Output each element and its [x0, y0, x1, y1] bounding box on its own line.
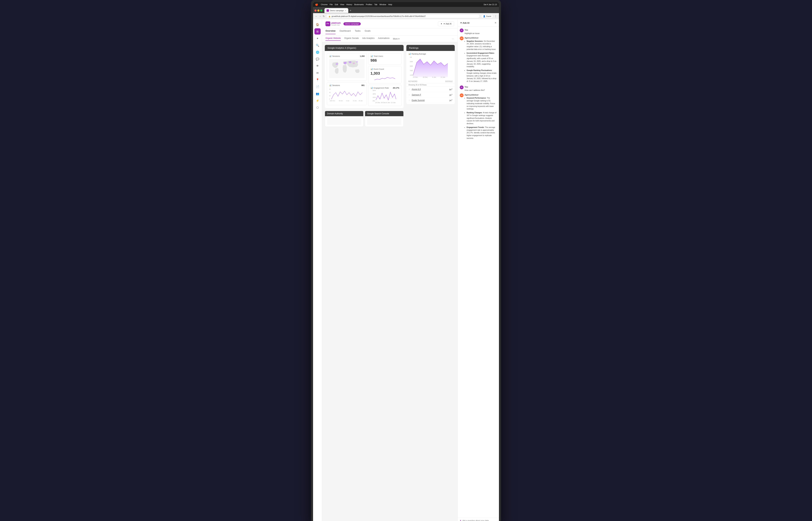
sidebar-pin-icon[interactable]: 📍: [314, 77, 321, 83]
svg-text:20%: 20%: [373, 96, 376, 98]
star-icon-3[interactable]: ☆: [409, 99, 410, 101]
subnav-more[interactable]: More ▾: [393, 38, 399, 40]
sidebar-star-icon[interactable]: ✦: [314, 35, 321, 42]
sessions-map-count: 1,260: [360, 55, 365, 57]
reload-button[interactable]: ↻: [323, 15, 325, 18]
browser-tab[interactable]: Demo campaign ✕: [325, 8, 348, 13]
sidebar-layers-icon[interactable]: ⬡: [314, 104, 321, 111]
sessions2-icon: 📊: [329, 84, 332, 86]
tab-close-icon[interactable]: ✕: [345, 10, 346, 12]
menu-tab[interactable]: Tab: [374, 3, 377, 5]
sparkle-icon: ✦: [441, 23, 442, 25]
subnav-automations[interactable]: Automations: [378, 37, 390, 41]
sessions2-title: Sessions: [332, 84, 340, 86]
menu-bookmarks[interactable]: Bookmarks: [354, 3, 364, 5]
google-search-header: Google Search Console: [365, 111, 403, 116]
ranking-avg-chart: 1st 25th 50th 75th 100th: [409, 55, 453, 78]
menu-file[interactable]: File: [330, 3, 333, 5]
close-button[interactable]: [314, 9, 316, 12]
domain-authority-title: Domain Authority: [327, 112, 343, 115]
rankings-title: Rankings: [409, 47, 418, 49]
list-item: Google Ranking Fluctuations: Google rank…: [467, 69, 497, 83]
ask-ai-button[interactable]: ✦ ✦ Ask AI: [438, 21, 454, 26]
star-icon-2[interactable]: ☆: [409, 94, 410, 96]
url-bar[interactable]: 🔒 growthhub.platinum78.digital/campaign/…: [326, 14, 480, 18]
svg-text:30 Dec: 30 Dec: [339, 100, 343, 101]
tab-tasks[interactable]: Tasks: [355, 29, 360, 34]
traffic-lights: [314, 9, 322, 12]
you-text-1: Highlight an issue: [465, 32, 480, 35]
subnav-ads-analytics[interactable]: Ads Analytics: [362, 37, 375, 41]
svg-text:1st: 1st: [410, 56, 412, 58]
subnav-organic-website[interactable]: Organic Website: [326, 37, 341, 41]
svg-text:50th: 50th: [410, 65, 413, 67]
ga4-card: Google Analytics 4 (Organic) �: [325, 45, 403, 108]
list-item: Keyword Performance: The average Google …: [467, 97, 497, 110]
minimize-button[interactable]: [317, 9, 320, 12]
nav-tabs: Overview Dashboard Tasks Goals: [322, 28, 458, 36]
sidebar-doc-icon[interactable]: 📄: [314, 84, 321, 90]
keyword-acura[interactable]: Acura ILX: [412, 88, 448, 90]
guest-label: Guest: [486, 15, 491, 17]
sidebar-grid-icon[interactable]: ⊞: [314, 28, 321, 35]
sessions-line-card: 📊 Sessions 881 60 40 2: [327, 82, 367, 105]
ai-panel-header: ✦ Ask AI ✕: [458, 19, 499, 26]
sessions2-count: 881: [361, 84, 365, 86]
new-tab-button[interactable]: +: [350, 9, 351, 12]
sidebar-search-icon[interactable]: 🔍: [314, 42, 321, 48]
menu-view[interactable]: View: [340, 3, 344, 5]
keyword-samson[interactable]: Samson F: [412, 94, 448, 96]
sidebar-globe-icon[interactable]: 🌐: [314, 49, 321, 55]
menu-history[interactable]: History: [346, 3, 352, 5]
menu-edit[interactable]: Edit: [335, 3, 338, 5]
rankings-table-section: KEYWORD GOOGLE Showing 35 of 35 Rows ☆ A…: [407, 79, 455, 104]
tab-dashboard[interactable]: Dashboard: [339, 29, 351, 34]
sidebar-eye-icon[interactable]: 👁: [314, 63, 321, 69]
sidebar-mail-icon[interactable]: ✉: [314, 70, 321, 76]
aa-avatar-1: AA: [460, 37, 463, 40]
svg-text:20 Jan: 20 Jan: [359, 100, 363, 101]
rankings-card-header: Rankings: [407, 45, 455, 51]
tab-overview[interactable]: Overview: [326, 29, 335, 34]
list-item: Ranking Changes: A total change of 187 i…: [467, 111, 497, 125]
list-item: Negative Sessions: On December 24, 2024,…: [467, 40, 497, 51]
list-item: Inconsistent Engagement Rates: Engagemen…: [467, 52, 497, 68]
sessions-bar-icon: 📊: [329, 55, 332, 57]
ai-panel-close-button[interactable]: ✕: [495, 21, 497, 24]
tab-goals[interactable]: Goals: [365, 29, 371, 34]
menu-chrome[interactable]: Chrome: [321, 3, 328, 5]
laptop-screen: 🍎 Chrome File Edit View History Bookmark…: [313, 2, 499, 521]
menu-help[interactable]: Help: [388, 3, 392, 5]
svg-text:20: 20: [329, 95, 331, 96]
you-avatar-1: JC: [460, 28, 463, 32]
star-icon-1[interactable]: ☆: [409, 88, 410, 90]
more-options-icon[interactable]: ⋮: [495, 15, 497, 18]
apple-menu[interactable]: 🍎: [315, 3, 318, 6]
maximize-button[interactable]: [320, 9, 322, 12]
sidebar-lightning-icon[interactable]: ⚡: [314, 97, 321, 104]
subnav-ellipsis[interactable]: ···: [452, 37, 454, 40]
forward-button[interactable]: →: [319, 15, 321, 18]
world-map: [329, 58, 365, 79]
menu-profiles[interactable]: Profiles: [366, 3, 372, 5]
engagement-rate-card: 📊 Engagement Rate 29.17% 60% 40%: [368, 85, 401, 106]
sidebar-users-icon[interactable]: 👥: [314, 90, 321, 97]
input-sparkle-icon: ✦: [460, 519, 461, 521]
ranking-avg-section: 📊 Ranking Average 1st 25th 50th 75th 1: [407, 51, 455, 79]
svg-text:100th: 100th: [410, 74, 414, 76]
back-button[interactable]: ←: [315, 15, 317, 18]
event-count-title: Event Count: [374, 68, 384, 70]
menu-window[interactable]: Window: [379, 3, 386, 5]
svg-text:6 Jan: 6 Jan: [432, 76, 436, 78]
sidebar-home-icon[interactable]: 🏠: [314, 21, 321, 28]
guest-button[interactable]: 👤 Guest: [481, 15, 493, 18]
svg-text:25th: 25th: [410, 61, 413, 63]
table-row: ☆ Acura ILX 54th: [407, 87, 455, 92]
ai-chat-input[interactable]: [462, 519, 497, 521]
subnav-organic-socials[interactable]: Organic Socials: [344, 37, 359, 41]
ga4-card-header: Google Analytics 4 (Organic): [325, 45, 403, 51]
event-count-icon: 📊: [370, 68, 373, 70]
sidebar-chat-icon[interactable]: 💬: [314, 56, 321, 62]
engagement-chart: 60% 40% 20% 0% 23 Dec 30 Dec: [370, 90, 399, 104]
keyword-eagle[interactable]: Eagle Summit: [412, 99, 448, 101]
